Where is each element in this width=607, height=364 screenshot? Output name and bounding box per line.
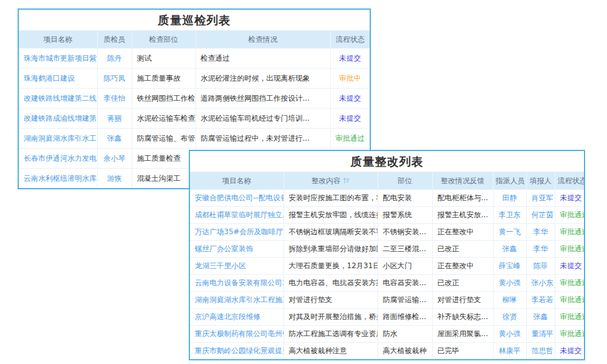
cell-status: 审批通过 <box>555 275 584 292</box>
table-row: 安徽合肥供电公司--配电设备...安装时应按施工图的布置，将...配电安装配电柜… <box>190 190 584 207</box>
cell-status: 审批通过 <box>555 292 584 309</box>
column-header-label: 整改内容 <box>311 177 341 185</box>
cell-reporter[interactable]: 陈菲 <box>526 258 555 275</box>
cell-part: 施工质量检查 <box>132 149 195 169</box>
cell-project[interactable]: 安徽合肥供电公司--配电设备... <box>190 190 283 207</box>
cell-part: 小区大门 <box>378 258 432 275</box>
cell-reporter[interactable]: 范思哲 <box>526 343 555 360</box>
cell-inspector[interactable]: 张鑫 <box>97 129 132 149</box>
cell-assignee[interactable]: 黄一飞 <box>493 224 526 241</box>
cell-content: 防水工程施工选调有专业资质... <box>283 326 378 343</box>
cell-inspector[interactable]: 陈丹 <box>97 49 132 69</box>
cell-assignee[interactable]: 张鑫 <box>493 241 526 258</box>
cell-status: 未提交 <box>555 258 584 275</box>
cell-project[interactable]: 长春市伊通河水力发电... <box>19 149 97 169</box>
table-row: 螺丝厂办公室装饰拆除到承重墙部分请做好加固...二至三楼混...已改正张鑫李华审… <box>190 241 584 258</box>
cell-reporter[interactable]: 张鑫 <box>526 309 555 326</box>
cell-status: 审批通过 <box>330 129 370 149</box>
cell-part: 防水 <box>378 326 432 343</box>
column-header-label: 质检员 <box>104 35 126 44</box>
cell-feedback: 屋面采用聚氯... <box>432 326 493 343</box>
cell-part: 测试 <box>132 49 195 69</box>
cell-project[interactable]: 成都杜甫草堂临时展厅独立展... <box>190 207 283 224</box>
table-row: 重庆太极制药有限公司亳州中...防水工程施工选调有专业资质...防水屋面采用聚氯… <box>190 326 584 343</box>
cell-status: 未提交 <box>330 49 370 69</box>
cell-status: 未提交 <box>555 190 584 207</box>
cell-reporter[interactable]: 董清平 <box>526 326 555 343</box>
cell-project[interactable]: 京沪高速北京段维修 <box>190 309 283 326</box>
cell-project[interactable]: 珠海鹤港口建设 <box>19 69 97 89</box>
cell-inspector[interactable]: 李佳怡 <box>97 89 132 109</box>
cell-inspector[interactable]: 蒋丽 <box>97 109 132 129</box>
column-header-part: 部位 <box>378 172 432 190</box>
cell-inspector[interactable]: 陈巧凤 <box>97 69 132 89</box>
cell-project[interactable]: 改建铁路成渝线增建第... <box>19 109 97 129</box>
cell-assignee[interactable]: 黄小强 <box>493 326 526 343</box>
cell-status: 审批通过 <box>555 207 584 224</box>
column-header-content[interactable]: 整改内容 <box>283 172 378 190</box>
inspection-header-row: 项目名称质检员检查部位检查情况流程状态 <box>19 31 370 49</box>
cell-assignee[interactable]: 黄小强 <box>493 275 526 292</box>
sort-ascending-icon[interactable] <box>343 177 350 184</box>
cell-situation: 检查通过 <box>195 49 330 69</box>
cell-status: 审批通过 <box>555 224 584 241</box>
cell-part: 施工质量事故 <box>132 69 195 89</box>
cell-inspector[interactable]: 游恢 <box>97 169 132 189</box>
cell-project[interactable]: 云南电力设备安装有限公司20... <box>190 275 283 292</box>
column-header-label: 项目名称 <box>43 35 72 44</box>
cell-reporter[interactable]: 张小东 <box>526 275 555 292</box>
cell-feedback: 已改正 <box>432 241 493 258</box>
cell-reporter[interactable]: 肖亚军 <box>526 190 555 207</box>
cell-part: 混凝土沟渠工 <box>132 169 195 189</box>
cell-part: 路面维修检... <box>378 309 432 326</box>
cell-feedback: 补齐缺失标志... <box>432 309 493 326</box>
cell-project[interactable]: 重庆市鹅岭公园绿化景观提升... <box>190 343 283 360</box>
cell-reporter[interactable]: 李华 <box>526 224 555 241</box>
cell-status: 审批通过 <box>555 326 584 343</box>
column-header-status: 流程状态 <box>330 31 370 49</box>
column-header-situation: 检查情况 <box>195 31 330 49</box>
cell-project[interactable]: 改建铁路线增建第二线... <box>19 89 97 109</box>
cell-project[interactable]: 螺丝厂办公室装饰 <box>190 241 283 258</box>
cell-part: 报警系统 <box>378 207 432 224</box>
table-row: 京沪高速北京段维修对其及时开展整治措施，桥头...路面维修检...补齐缺失标志.… <box>190 309 584 326</box>
table-row: 龙湖三千里小区大理石质量更换，12月31日之...小区大门正在整改中薛宝峰陈菲未… <box>190 258 584 275</box>
column-header-project: 项目名称 <box>190 172 283 190</box>
cell-project[interactable]: 湖南洞庭湖水库引水工程施工标 <box>190 292 283 309</box>
column-header-label: 指派人员 <box>496 177 525 185</box>
cell-content: 大理石质量更换，12月31日之... <box>283 258 378 275</box>
cell-inspector[interactable]: 余小琴 <box>97 149 132 169</box>
column-header-feedback: 整改情况反馈 <box>432 172 493 190</box>
cell-status: 未提交 <box>330 109 370 129</box>
cell-assignee[interactable]: 柳琳 <box>493 292 526 309</box>
column-header-label: 检查部位 <box>149 35 178 44</box>
cell-reporter[interactable]: 何芷茵 <box>526 207 555 224</box>
cell-assignee[interactable]: 李卫东 <box>493 207 526 224</box>
column-header-part: 检查部位 <box>132 31 195 49</box>
cell-project[interactable]: 珠海市城市更新项目紫... <box>19 49 97 69</box>
column-header-label: 项目名称 <box>222 177 251 185</box>
cell-assignee[interactable]: 徐贤 <box>493 309 526 326</box>
cell-assignee[interactable]: 薛宝峰 <box>493 258 526 275</box>
cell-project[interactable]: 湖南洞庭湖水库引水工... <box>19 129 97 149</box>
table-row: 万达广场35#会所及咖啡厅空...不锈钢边框玻璃隔断安装不牢...不锈钢安装..… <box>190 224 584 241</box>
cell-status: 审批通过 <box>555 309 584 326</box>
cell-feedback: 正在整改中 <box>432 224 493 241</box>
cell-project[interactable]: 龙湖三千里小区 <box>190 258 283 275</box>
table-row: 重庆市鹅岭公园绿化景观提升...高大植被栽种注意高大植被栽种已完毕林康平范思哲未… <box>190 343 584 360</box>
rectification-header-row: 项目名称整改内容部位整改情况反馈指派人员填报人流程状态 <box>190 172 584 190</box>
cell-content: 报警主机安放牢固，线缆连接... <box>283 207 378 224</box>
cell-content: 对其及时开展整治措施，桥头... <box>283 309 378 326</box>
cell-content: 电力电容器、电抗器安装方案,... <box>283 275 378 292</box>
cell-project[interactable]: 云南水利枢纽潜明水库... <box>19 169 97 189</box>
cell-reporter[interactable]: 李华 <box>526 241 555 258</box>
cell-project[interactable]: 万达广场35#会所及咖啡厅空... <box>190 224 283 241</box>
cell-project[interactable]: 重庆太极制药有限公司亳州中... <box>190 326 283 343</box>
cell-reporter[interactable]: 李若若 <box>526 292 555 309</box>
column-header-project: 项目名称 <box>19 31 97 49</box>
cell-assignee[interactable]: 林康平 <box>493 343 526 360</box>
cell-part: 防腐管运输、布管 <box>132 129 195 149</box>
cell-feedback: 已改正 <box>432 275 493 292</box>
inspection-table-title: 质量巡检列表 <box>19 10 370 31</box>
cell-assignee[interactable]: 田静 <box>493 190 526 207</box>
